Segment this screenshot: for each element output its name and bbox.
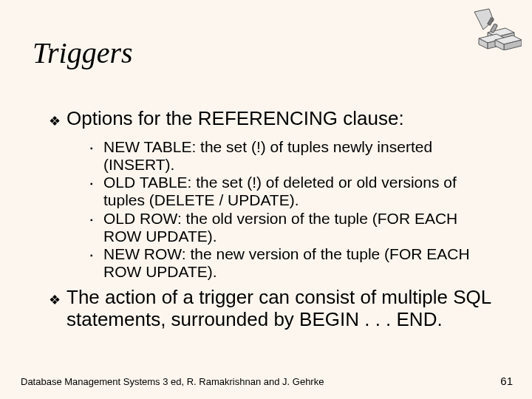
- square-bullet-icon: ▪: [90, 138, 103, 157]
- footer-text: Database Management Systems 3 ed, R. Ram…: [21, 376, 324, 387]
- list-item-text: NEW TABLE: the set (!) of tuples newly i…: [103, 138, 497, 174]
- slide: Triggers ❖ Options for the REFERENCING c…: [0, 0, 532, 399]
- list-item: ▪ NEW ROW: the new version of the tuple …: [90, 245, 497, 281]
- list-item-text: NEW ROW: the new version of the tuple (F…: [103, 245, 497, 281]
- diamond-bullet-icon: ❖: [49, 108, 66, 132]
- diamond-bullet-icon: ❖: [49, 287, 66, 311]
- bricks-trowel-icon: [468, 7, 522, 50]
- list-item: ❖ Options for the REFERENCING clause:: [49, 108, 497, 132]
- list-item: ▪ OLD ROW: the old version of the tuple …: [90, 210, 497, 245]
- slide-body: ❖ Options for the REFERENCING clause: ▪ …: [49, 103, 497, 337]
- list-item-text: OLD ROW: the old version of the tuple (F…: [103, 210, 497, 245]
- page-number: 61: [500, 375, 513, 387]
- sub-list: ▪ NEW TABLE: the set (!) of tuples newly…: [90, 138, 497, 281]
- slide-title: Triggers: [33, 35, 133, 70]
- list-item-text: Options for the REFERENCING clause:: [66, 108, 404, 130]
- square-bullet-icon: ▪: [90, 174, 103, 193]
- square-bullet-icon: ▪: [90, 245, 103, 265]
- list-item: ▪ NEW TABLE: the set (!) of tuples newly…: [90, 138, 497, 174]
- list-item: ❖ The action of a trigger can consist of…: [49, 287, 497, 331]
- list-item-text: OLD TABLE: the set (!) of deleted or old…: [103, 174, 497, 209]
- list-item-text: The action of a trigger can consist of m…: [66, 287, 497, 331]
- list-item: ▪ OLD TABLE: the set (!) of deleted or o…: [90, 174, 497, 209]
- square-bullet-icon: ▪: [90, 210, 103, 229]
